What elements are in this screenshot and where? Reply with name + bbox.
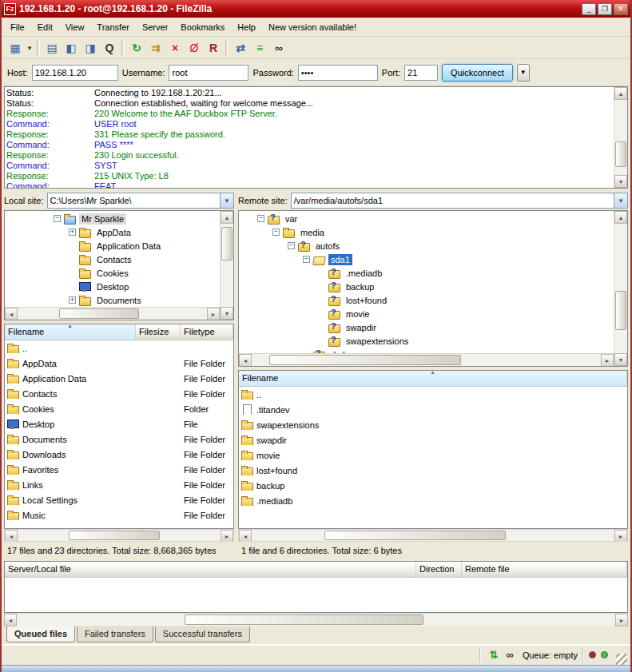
remote-tree-vscrollbar[interactable]: ▲ ▼ (614, 211, 627, 366)
file-row[interactable]: lost+found (239, 463, 627, 478)
scrollbar-thumb[interactable] (59, 308, 139, 319)
file-row[interactable]: Local SettingsFile Folder (5, 492, 233, 507)
scroll-down-icon[interactable]: ▼ (614, 175, 627, 188)
username-input[interactable] (169, 65, 248, 81)
tree-item[interactable]: Documents (5, 293, 220, 307)
menu-item[interactable]: View (60, 20, 90, 34)
file-row[interactable]: .titandev (239, 402, 627, 417)
tree-expander-icon[interactable] (69, 296, 76, 304)
file-row[interactable]: AppDataFile Folder (5, 356, 233, 371)
tree-expander-icon[interactable] (69, 269, 76, 276)
tree-item[interactable]: Cookies (5, 266, 220, 280)
scroll-right-icon[interactable]: ► (601, 354, 614, 367)
reconnect-icon[interactable]: R (204, 39, 223, 57)
file-row[interactable]: Application DataFile Folder (5, 371, 233, 386)
scroll-left-icon[interactable]: ◄ (4, 614, 17, 626)
sync-browsing-icon[interactable]: ≡ (250, 39, 269, 57)
cancel-icon[interactable]: × (165, 39, 185, 57)
local-site-combo[interactable]: C:\Users\Mr Sparkle\ ▼ (47, 193, 234, 209)
tree-expander-icon[interactable] (318, 324, 325, 331)
tree-expander-icon[interactable] (318, 310, 325, 317)
scrollbar-thumb[interactable] (69, 531, 160, 540)
remote-site-combo[interactable]: /var/media/autofs/sda1 ▼ (291, 193, 628, 209)
scroll-down-icon[interactable]: ▼ (221, 307, 233, 320)
close-button[interactable]: ✕ (614, 3, 628, 15)
minimize-button[interactable]: _ (582, 3, 596, 15)
remote-list-hscrollbar[interactable]: ◄ ► (238, 529, 628, 542)
filetype-column-header[interactable]: Filetype (181, 324, 233, 340)
tree-item[interactable]: backup (239, 280, 614, 293)
menu-item[interactable]: Bookmarks (175, 20, 230, 34)
menu-item[interactable]: Edit (32, 20, 58, 34)
file-row[interactable]: ContactsFile Folder (5, 386, 233, 401)
menu-item[interactable]: File (5, 20, 30, 34)
direction-column-header[interactable]: Direction (416, 562, 462, 577)
site-manager-icon[interactable]: ▦ (6, 39, 25, 57)
port-input[interactable] (404, 65, 438, 81)
disconnect-icon[interactable]: Ø (185, 39, 204, 57)
local-tree-vscrollbar[interactable]: ▲ ▼ (220, 211, 233, 320)
filename-column-header[interactable]: ▲Filename (239, 371, 627, 386)
scroll-left-icon[interactable]: ◄ (239, 530, 252, 543)
file-row[interactable]: swapextensions (239, 417, 627, 432)
scrollbar-thumb[interactable] (185, 614, 424, 625)
local-list-hscrollbar[interactable]: ◄ ► (4, 529, 234, 542)
speed-limits-icon[interactable]: ⇅ (486, 647, 502, 663)
tree-expander-icon[interactable] (318, 269, 325, 276)
file-row[interactable]: MusicFile Folder (5, 507, 233, 523)
queue-tab[interactable]: Queued files (6, 626, 75, 642)
file-row[interactable]: LinksFile Folder (5, 477, 233, 492)
tree-expander-icon[interactable] (272, 229, 280, 236)
scroll-up-icon[interactable]: ▲ (614, 87, 627, 100)
file-row[interactable]: .. (239, 387, 627, 402)
remote-file-column-header[interactable]: Remote file (462, 562, 627, 577)
file-row[interactable]: swapdir (239, 432, 627, 447)
scrollbar-thumb[interactable] (221, 227, 233, 260)
tree-item[interactable]: swapextensions (239, 334, 614, 348)
tree-item[interactable]: dvd (239, 348, 614, 353)
tree-item[interactable]: media (239, 225, 614, 239)
tree-item[interactable]: .mediadb (239, 266, 614, 280)
site-manager-dropdown-icon[interactable]: ▾ (25, 39, 34, 57)
file-row[interactable]: FavoritesFile Folder (5, 462, 233, 477)
scroll-left-icon[interactable]: ◄ (5, 308, 18, 320)
tree-expander-icon[interactable] (303, 256, 310, 263)
tree-expander-icon[interactable] (318, 296, 325, 304)
tree-expander-icon[interactable] (318, 337, 325, 344)
scroll-left-icon[interactable]: ◄ (5, 530, 18, 543)
tree-item[interactable]: autofs (239, 239, 614, 252)
tree-expander-icon[interactable] (318, 283, 325, 290)
file-row[interactable]: .mediadb (239, 493, 627, 508)
tree-item[interactable]: swapdir (239, 320, 614, 334)
scrollbar-thumb[interactable] (615, 291, 626, 330)
menu-item[interactable]: Transfer (91, 20, 135, 34)
queue-tab[interactable]: Failed transfers (77, 626, 153, 642)
process-queue-icon[interactable]: ⇉ (146, 39, 165, 57)
tree-expander-icon[interactable] (288, 242, 295, 249)
log-scrollbar[interactable]: ▲ ▼ (614, 87, 627, 188)
toggle-remote-tree-icon[interactable]: ◨ (81, 39, 100, 57)
scroll-down-icon[interactable]: ▼ (614, 353, 627, 366)
tree-item[interactable]: Application Data (5, 239, 220, 252)
tree-expander-icon[interactable] (54, 215, 61, 222)
tree-expander-icon[interactable] (257, 215, 264, 222)
refresh-icon[interactable]: ↻ (127, 39, 146, 57)
local-tree-hscrollbar[interactable]: ◄ ► (5, 307, 220, 320)
find-files-icon[interactable]: ∞ (502, 647, 518, 663)
toggle-log-icon[interactable]: ▤ (42, 39, 62, 57)
scroll-right-icon[interactable]: ► (221, 530, 233, 543)
tree-expander-icon[interactable] (69, 242, 76, 249)
resize-grip[interactable] (616, 654, 627, 665)
file-row[interactable]: backup (239, 478, 627, 493)
scroll-right-icon[interactable]: ► (207, 308, 220, 320)
scroll-right-icon[interactable]: ► (615, 614, 628, 626)
file-row[interactable]: movie (239, 447, 627, 463)
scrollbar-thumb[interactable] (324, 531, 506, 540)
file-row[interactable]: DesktopFile (5, 416, 233, 431)
file-row[interactable]: .. (5, 340, 233, 356)
menu-item[interactable]: Server (137, 20, 173, 34)
queue-tab[interactable]: Successful transfers (155, 626, 250, 642)
scroll-up-icon[interactable]: ▲ (221, 211, 233, 224)
tree-item[interactable]: movie (239, 307, 614, 320)
compare-directories-icon[interactable]: ⇄ (231, 39, 250, 57)
